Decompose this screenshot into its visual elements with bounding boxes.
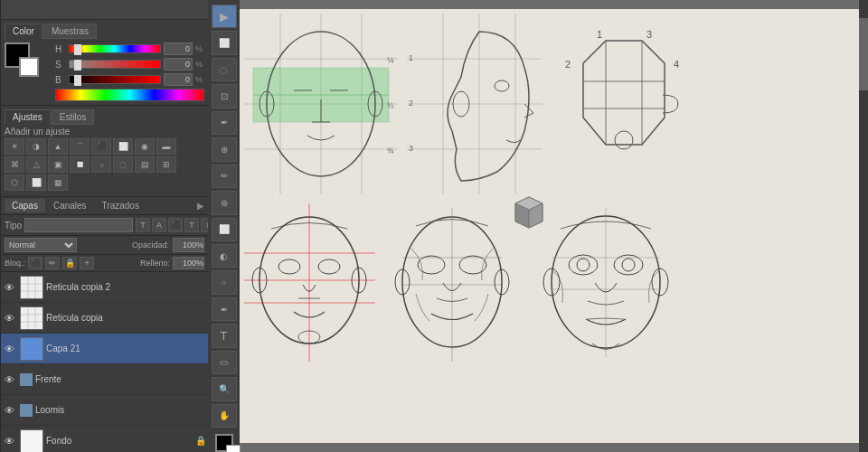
layer-visibility-eye[interactable]: 👁 <box>5 282 17 293</box>
bright-track[interactable] <box>69 75 161 84</box>
tab-channels[interactable]: Canales <box>46 199 94 212</box>
layer-item[interactable]: 👁 Reticula copia <box>1 303 208 334</box>
layer-visibility-eye[interactable]: 👁 <box>5 344 17 354</box>
bottom-face-1-svg <box>244 203 375 362</box>
layer-item-active[interactable]: 👁 Capa 21 <box>1 334 208 364</box>
top-bar: Aspectos esen... U <box>1 0 208 20</box>
svg-point-61 <box>318 259 340 274</box>
adj-icon-bw[interactable]: △ <box>26 156 46 173</box>
search-icon-5[interactable]: I <box>201 218 208 232</box>
tool-crop[interactable]: ⊡ <box>212 84 237 108</box>
tool-stamp[interactable]: ⊛ <box>212 191 237 214</box>
h-value-input[interactable] <box>164 42 193 55</box>
tool-move[interactable]: ▶ <box>212 5 237 28</box>
fg-color[interactable] <box>215 434 233 452</box>
adj-icon-contrast[interactable]: ◑ <box>26 138 46 155</box>
adj-icon-channel[interactable]: 🔲 <box>70 156 90 173</box>
svg-rect-10 <box>21 338 42 360</box>
tab-styles[interactable]: Estilos <box>52 109 94 125</box>
tab-layers[interactable]: Capas <box>5 199 45 212</box>
layer-name: Fondo <box>46 436 193 446</box>
layer-visibility-eye[interactable]: 👁 <box>5 436 17 447</box>
adj-icon-extra1[interactable]: ⬜ <box>26 174 46 191</box>
tool-eyedropper[interactable]: ✒ <box>212 111 237 135</box>
blend-mode-select[interactable]: Normal <box>5 238 77 252</box>
adj-icon-vibrance[interactable]: ⬜ <box>113 138 133 155</box>
hue-thumb[interactable] <box>74 44 81 55</box>
lock-label: Bloq.: <box>5 259 25 268</box>
svg-text:3: 3 <box>646 29 652 40</box>
adj-icon-threshold[interactable]: ▤ <box>135 156 155 173</box>
lock-all-btn[interactable]: 🔒 <box>62 257 77 269</box>
tool-lasso[interactable]: ◌ <box>212 58 237 81</box>
layer-visibility-eye[interactable]: 👁 <box>5 313 17 324</box>
adj-icon-brightness[interactable]: ☀ <box>5 138 24 155</box>
lock-artboard-btn[interactable]: + <box>80 257 94 269</box>
tab-adjustments[interactable]: Ajustes <box>5 109 51 125</box>
adj-icon-curves[interactable]: ⌒ <box>70 138 90 155</box>
adj-icon-saturation[interactable]: ▬ <box>156 138 176 155</box>
sat-track[interactable] <box>69 60 161 69</box>
s-label: S <box>55 60 66 70</box>
color-swatches <box>5 42 42 80</box>
tab-color[interactable]: Color <box>5 24 42 39</box>
tool-healing[interactable]: ⊕ <box>212 137 237 161</box>
layer-item[interactable]: 👁 Loomis <box>1 395 208 426</box>
layer-item[interactable]: 👁 Frente <box>1 364 208 395</box>
search-icon-1[interactable]: T <box>136 218 150 232</box>
layer-search-input[interactable] <box>24 218 133 232</box>
tool-brush[interactable]: ✏ <box>212 165 237 188</box>
lock-move-btn[interactable]: ✏ <box>45 257 60 269</box>
svg-text:2: 2 <box>565 59 571 70</box>
search-icon-4[interactable]: T <box>184 218 199 232</box>
adj-icon-exposure[interactable]: ⬛ <box>91 138 111 155</box>
lock-pixels-btn[interactable]: ⬛ <box>28 257 42 269</box>
layer-item[interactable]: 👁 Reticula copia 2 <box>1 272 208 303</box>
tool-zoom[interactable]: 🔍 <box>212 377 237 400</box>
search-icon-3[interactable]: ⬛ <box>168 218 183 232</box>
v-scrollbar[interactable] <box>859 0 868 452</box>
bg-color[interactable] <box>226 445 241 452</box>
s-value-input[interactable] <box>164 58 193 71</box>
color-sliders: H % S % B <box>55 42 204 101</box>
tool-pen[interactable]: ✒ <box>212 297 237 321</box>
layer-visibility-eye[interactable]: 👁 <box>5 405 17 416</box>
tool-hand[interactable]: ✋ <box>212 404 237 428</box>
fill-input[interactable] <box>173 257 204 269</box>
sat-thumb[interactable] <box>74 60 81 71</box>
adj-icon-posterize[interactable]: ◌ <box>113 156 133 173</box>
tool-text[interactable]: T <box>212 324 237 347</box>
tool-gradient[interactable]: ◐ <box>212 244 237 268</box>
layer-item[interactable]: 👁 Fondo 🔒 <box>1 426 208 452</box>
adj-icon-invert[interactable]: ⬦ <box>91 156 111 173</box>
background-swatch[interactable] <box>19 57 39 77</box>
add-adjustment[interactable]: Añadir un ajuste <box>5 125 204 138</box>
adj-icon-levels[interactable]: ▲ <box>48 138 68 155</box>
adj-icon-gradient-map[interactable]: ⊞ <box>156 156 176 173</box>
tab-swatches[interactable]: Muestras <box>43 24 97 39</box>
layer-visibility-eye[interactable]: 👁 <box>5 374 17 385</box>
layers-panel-expand[interactable]: ▶ <box>197 201 204 211</box>
adj-icon-selective[interactable]: ⬡ <box>5 174 24 191</box>
color-spectrum[interactable] <box>55 89 204 101</box>
tool-shape[interactable]: ▭ <box>212 351 237 374</box>
adj-icon-balance[interactable]: ⌘ <box>5 156 24 173</box>
tool-select[interactable]: ⬜ <box>212 31 237 54</box>
hue-track[interactable] <box>69 44 161 53</box>
adj-icon-hue[interactable]: ◉ <box>135 138 155 155</box>
brightness-slider-row: B % <box>55 73 204 86</box>
tab-trazados[interactable]: Trazados <box>95 199 146 212</box>
layer-name: Reticula copia <box>46 313 204 323</box>
tool-eraser[interactable]: ⬜ <box>212 218 237 241</box>
face-front-sketch: ¼ ½ ¾ <box>244 14 398 194</box>
adj-icon-extra2[interactable]: ▦ <box>48 174 68 191</box>
tool-dodge[interactable]: ○ <box>212 270 237 294</box>
adj-icon-photo[interactable]: ▣ <box>48 156 68 173</box>
layer-thumbnail <box>20 276 43 299</box>
search-icon-2[interactable]: A <box>152 218 166 232</box>
bottom-face-2 <box>384 203 520 362</box>
opacity-input[interactable] <box>173 238 204 252</box>
b-value-input[interactable] <box>164 73 193 86</box>
bright-thumb[interactable] <box>74 75 81 86</box>
v-scrollbar-thumb[interactable] <box>859 18 868 90</box>
